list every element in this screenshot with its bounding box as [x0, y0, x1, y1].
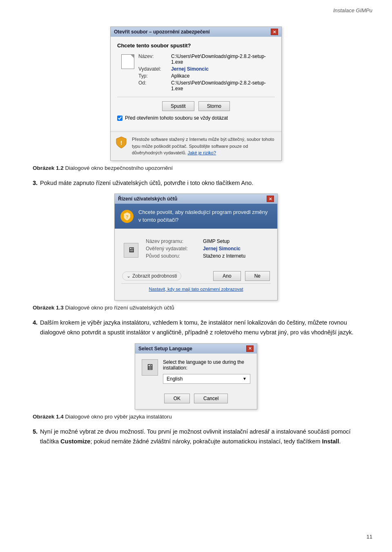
install-bold: Install — [322, 438, 339, 445]
lang-icon: 🖥 — [142, 359, 158, 376]
step5-text3: . — [339, 438, 341, 445]
caption2-text: Dialogové okno pro řízení uživatelských … — [64, 305, 174, 311]
dialog2-wrapper: Řízení uživatelských účtů ✕ ? Chcete pov… — [33, 194, 359, 300]
step3-text: Pokud máte zapnuto řízení uživatelských … — [40, 178, 253, 188]
cancel-button[interactable]: Storno — [198, 101, 230, 111]
dialog1-checkbox-label: Před otevřením tohoto souboru se vždy do… — [125, 115, 228, 121]
run-button[interactable]: Spustit — [162, 101, 194, 111]
uac-prog-rows: Název programu: GIMP Setup Ověřený vydav… — [146, 238, 245, 260]
dialog1-checkbox[interactable] — [117, 116, 122, 121]
cancel-button[interactable]: Cancel — [194, 394, 228, 403]
lang-instruction-label: Select the language to use during the in… — [163, 359, 250, 371]
dialog1-field-type: Typ: Aplikace — [138, 73, 275, 79]
lang-body: 🖥 Select the language to use during the … — [135, 354, 257, 390]
dialog1-checkbox-row: Před otevřením tohoto souboru se vždy do… — [117, 115, 275, 121]
details-button[interactable]: ⌄ Zobrazit podrobnosti — [122, 272, 181, 280]
uac-settings-link[interactable]: Nastavit, kdy se mají tato oznámení zobr… — [149, 287, 243, 292]
caption1-text: Dialogové okno bezpečnostního upozornění — [64, 165, 173, 171]
step5-row: 5. Nyní je možné vybrat ze dvou možností… — [33, 427, 359, 447]
uac-bottom-row: ⌄ Zobrazit podrobnosti Ano Ne — [121, 271, 271, 281]
step4-row: 4. Dalším krokem je výběr jazyka instalá… — [33, 318, 359, 338]
ok-button[interactable]: OK — [164, 394, 190, 403]
uac-field-name: Název programu: GIMP Setup — [146, 238, 245, 244]
yes-button[interactable]: Ano — [213, 271, 241, 281]
uac-info-section: 🖥 Název programu: GIMP Setup Ověřený vyd… — [121, 234, 271, 266]
step5-text2: ; pokud nemáte žádné zvláštní nároky, po… — [90, 438, 322, 445]
uac-close-button[interactable]: ✕ — [267, 196, 274, 202]
uac-buttons: Ano Ne — [213, 271, 270, 281]
security-warning-dialog: Otevřít soubor – upozornění zabezpečení … — [110, 27, 282, 161]
uac-header: ? Chcete povolit, aby následující progra… — [115, 204, 277, 228]
lang-title: Select Setup Language — [138, 346, 192, 352]
dialog1-warning: ! Přestože software stažený z Internetu … — [111, 131, 281, 160]
step3-row: 3. Pokud máte zapnuto řízení uživatelský… — [33, 178, 359, 188]
header-title: Instalace GIMPu — [333, 7, 372, 13]
uac-field-origin: Původ souboru: Staženo z Internetu — [146, 253, 245, 259]
dialog1-field-publisher: Vydavatel: Jernej Simoncic — [138, 66, 275, 72]
uac-header-icon: ? — [120, 210, 134, 223]
uac-field-publisher: Ověřený vydavatel: Jernej Simoncic — [146, 246, 245, 252]
step3-num: 3. — [33, 180, 38, 186]
shield-icon: ? — [122, 211, 132, 221]
lang-buttons: OK Cancel — [135, 390, 257, 409]
file-icon — [121, 54, 134, 69]
caption3: Obrázek 1.4 Dialogové okno pro výběr jaz… — [33, 414, 359, 420]
uac-title: Řízení uživatelských účtů — [118, 196, 177, 202]
dialog1-body: Chcete tento soubor spustit? Název: C:\U… — [111, 37, 281, 130]
page-header: Instalace GIMPu — [0, 0, 392, 17]
uac-body: 🖥 Název programu: GIMP Setup Ověřený vyd… — [115, 229, 277, 300]
dialog1-field-name: Název: C:\Users\Petr\Downloads\gimp-2.8.… — [138, 53, 275, 65]
uac-titlebar: Řízení uživatelských účtů ✕ — [115, 194, 277, 204]
lang-dropdown[interactable]: English ▼ — [163, 374, 250, 384]
dialog1-info-section: Název: C:\Users\Petr\Downloads\gimp-2.8.… — [117, 53, 275, 93]
svg-text:?: ? — [126, 214, 129, 219]
lang-content: Select the language to use during the in… — [163, 359, 250, 384]
lang-close-button[interactable]: ✕ — [246, 345, 254, 352]
no-button[interactable]: Ne — [245, 271, 270, 281]
customize-bold: Customize — [60, 438, 90, 445]
details-button-label: Zobrazit podrobnosti — [132, 273, 177, 279]
svg-text:!: ! — [120, 140, 122, 146]
dialog1-file-icon-area — [117, 53, 138, 69]
step4-text: Dalším krokem je výběr jazyka instalátor… — [40, 318, 359, 338]
program-icon: 🖥 — [124, 243, 138, 258]
caption1: Obrázek 1.2 Dialogové okno bezpečnostníh… — [33, 165, 359, 171]
chevron-down-icon: ⌄ — [127, 273, 131, 279]
warning-text-area: Přestože software stažený z Internetu mů… — [132, 136, 276, 156]
caption1-bold: Obrázek 1.2 — [33, 165, 64, 171]
uac-header-text: Chcete povolit, aby následující program … — [138, 209, 272, 223]
uac-footer-link-row: Nastavit, kdy se mají tato oznámení zobr… — [121, 283, 271, 294]
caption2-bold: Obrázek 1.3 — [33, 305, 64, 311]
risk-link[interactable]: Jaké je riziko? — [187, 150, 216, 155]
caption3-text: Dialogové okno pro výběr jazyka instalát… — [64, 414, 172, 420]
step5-num: 5. — [33, 428, 38, 435]
uac-dialog: Řízení uživatelských účtů ✕ ? Chcete pov… — [114, 194, 278, 300]
caption2: Obrázek 1.3 Dialogové okno pro řízení už… — [33, 305, 359, 311]
dialog3-wrapper: Select Setup Language ✕ 🖥 Select the lan… — [33, 343, 359, 410]
dialog1-question: Chcete tento soubor spustit? — [117, 42, 275, 49]
caption3-bold: Obrázek 1.4 — [33, 414, 64, 420]
page-number: 11 — [367, 534, 372, 540]
lang-selected-value: English — [167, 376, 183, 382]
dialog1-fields: Název: C:\Users\Petr\Downloads\gimp-2.8.… — [138, 53, 275, 93]
dialog1-wrapper: Otevřít soubor – upozornění zabezpečení … — [33, 27, 359, 161]
chevron-down-icon: ▼ — [243, 376, 247, 381]
dialog1-titlebar: Otevřít soubor – upozornění zabezpečení … — [111, 27, 281, 37]
dialog1-close-button[interactable]: ✕ — [271, 29, 278, 35]
language-dialog: Select Setup Language ✕ 🖥 Select the lan… — [135, 343, 257, 410]
dialog1-title: Otevřít soubor – upozornění zabezpečení — [114, 29, 210, 35]
uac-prog-icon-area: 🖥 — [121, 234, 141, 266]
dialog1-buttons: Spustit Storno — [117, 101, 275, 111]
shield-warning-icon: ! — [116, 136, 127, 149]
step5-text: Nyní je možné vybrat ze dvou možností. T… — [40, 427, 359, 447]
lang-titlebar: Select Setup Language ✕ — [135, 344, 257, 354]
step4-num: 4. — [33, 319, 38, 326]
dialog1-field-from: Od: C:\Users\Petr\Downloads\gimp-2.8.2-s… — [138, 80, 275, 91]
